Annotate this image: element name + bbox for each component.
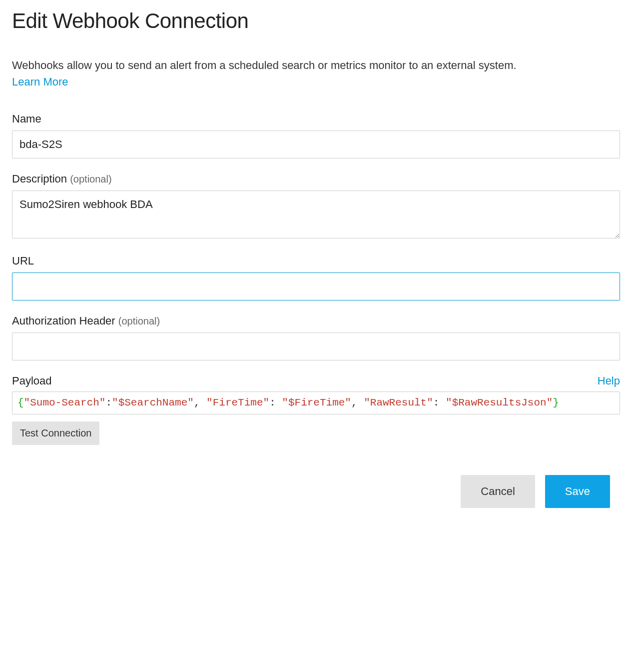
intro-text: Webhooks allow you to send an alert from… bbox=[12, 57, 620, 74]
name-label: Name bbox=[12, 112, 620, 126]
save-button[interactable]: Save bbox=[545, 475, 610, 508]
learn-more-link[interactable]: Learn More bbox=[12, 76, 68, 88]
test-connection-button[interactable]: Test Connection bbox=[12, 422, 99, 445]
description-label: Description (optional) bbox=[12, 172, 620, 186]
cancel-button[interactable]: Cancel bbox=[461, 475, 535, 508]
payload-help-link[interactable]: Help bbox=[598, 374, 620, 388]
auth-header-input[interactable] bbox=[12, 332, 620, 360]
name-input[interactable] bbox=[12, 130, 620, 158]
url-input[interactable] bbox=[12, 272, 620, 300]
payload-editor[interactable]: {"Sumo-Search":"$SearchName", "FireTime"… bbox=[12, 392, 620, 414]
page-title: Edit Webhook Connection bbox=[12, 9, 620, 33]
description-input[interactable]: Sumo2Siren webhook BDA bbox=[12, 190, 620, 238]
auth-header-label: Authorization Header (optional) bbox=[12, 314, 620, 328]
url-label: URL bbox=[12, 254, 620, 268]
payload-label: Payload bbox=[12, 374, 52, 388]
